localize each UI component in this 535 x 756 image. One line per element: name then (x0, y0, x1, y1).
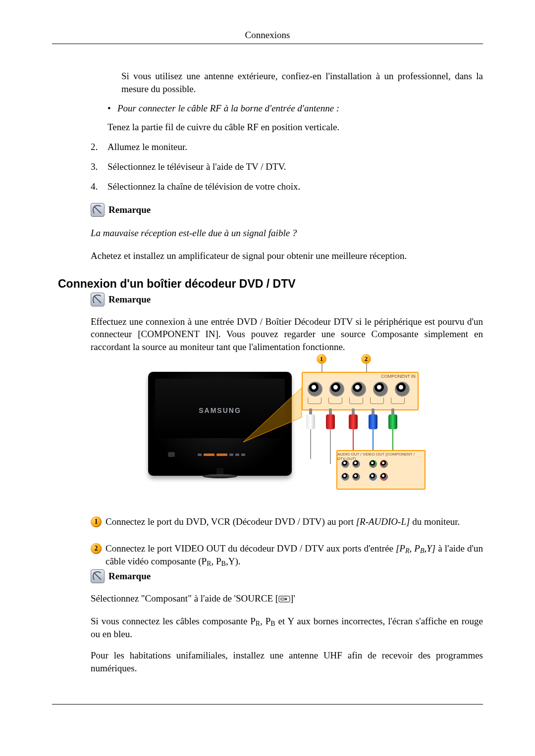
text: Connectez le port du DVD, VCR (Décodeur … (106, 516, 356, 527)
list-text: Sélectionnez le téléviseur à l'aide de T… (107, 161, 483, 172)
step-row: 1 Connectez le port du DVD, VCR (Décodeu… (91, 515, 483, 528)
plug-red (348, 408, 358, 429)
note-row: Remarque (91, 569, 483, 583)
section-title: Connexion d'un boîtier décodeur DVD / DT… (58, 277, 483, 291)
step-2-text: Connectez le port VIDEO OUT du décodeur … (106, 542, 483, 567)
note3-line2: Si vous connectez les câbles composante … (91, 615, 483, 640)
callout-badge-1: 1 (317, 354, 326, 364)
list-text: Sélectionnez la chaîne de télévision de … (107, 181, 483, 192)
weak-signal-question: La mauvaise réception est-elle due à un … (91, 227, 483, 240)
rca-jack (351, 382, 366, 397)
rca-jack (329, 382, 344, 397)
step-badge-2: 2 (91, 543, 102, 554)
text: ,Y). (226, 556, 241, 566)
text-italic: [P (396, 543, 405, 554)
rca-jack (395, 382, 410, 397)
callout-badge-2: 2 (361, 354, 371, 364)
decoder-box: AUDIO OUT / VIDEO OUT (COMPONENT / DTV O… (336, 450, 426, 490)
decoder-rca-row (341, 460, 388, 468)
list-item: 4. Sélectionnez la chaîne de télévision … (91, 181, 483, 192)
plug-blue (368, 408, 378, 429)
weak-signal-answer: Achetez et installez un amplificateur de… (91, 250, 483, 262)
footer-rule (52, 704, 483, 705)
list-item: Pour connecter le câble RF à la borne d'… (91, 95, 483, 133)
rca-sub-row (308, 398, 405, 404)
note-row: Remarque (91, 293, 483, 306)
callout-pointer (243, 388, 303, 447)
rf-bullet-text: Pour connecter le câble RF à la borne d'… (117, 103, 339, 114)
list-number: 4. (91, 181, 107, 192)
text: Sélectionnez "Composant" à l'aide de 'SO… (91, 593, 278, 604)
rca-jack (373, 382, 388, 397)
note3-line1: Sélectionnez "Composant" à l'aide de 'SO… (91, 592, 483, 605)
text: , P (212, 556, 221, 566)
text-italic: , P (410, 543, 420, 554)
list-item: 3. Sélectionnez le téléviseur à l'aide d… (91, 161, 483, 172)
decoder-rca-row (341, 473, 388, 481)
component-in-label: COMPONENT IN (381, 374, 416, 379)
text: du moniteur. (410, 516, 460, 527)
monitor-controls (198, 454, 245, 456)
step-1-text: Connectez le port du DVD, VCR (Décodeur … (106, 515, 483, 528)
subscript: R (207, 560, 211, 567)
text: Si vous connectez les câbles composante … (91, 616, 256, 626)
list-number: 2. (91, 142, 107, 152)
text: ]' (290, 593, 295, 604)
subscript: R (405, 547, 410, 554)
note-icon (91, 569, 105, 583)
plug-green (388, 408, 398, 429)
subscript: B (221, 560, 226, 567)
section-intro: Effectuez une connexion à une entrée DVD… (91, 315, 483, 353)
wire (310, 429, 311, 459)
step-row: 2 Connectez le port VIDEO OUT du décodeu… (91, 542, 483, 567)
plug-red (325, 408, 335, 429)
list-number: 3. (91, 161, 107, 172)
svg-marker-0 (243, 388, 302, 442)
page-header: Connexions (52, 30, 483, 44)
numbered-list: Pour connecter le câble RF à la borne d'… (91, 95, 483, 192)
rf-instruction: Tenez la partie fil de cuivre du câble R… (107, 122, 483, 133)
connection-diagram: SAMSUNG 1 2 COMPONENT IN (148, 358, 426, 502)
text-italic: ,Y] (424, 543, 435, 554)
rca-jack (308, 382, 322, 397)
subscript: B (420, 547, 425, 554)
text-italic: [R-AUDIO-L] (356, 516, 410, 527)
list-item: 2. Allumez le moniteur. (91, 142, 483, 152)
source-icon (278, 593, 290, 606)
note3-line3: Pour les habitations unifamiliales, inst… (91, 649, 483, 674)
step-badge-1: 1 (91, 516, 102, 527)
wire (330, 429, 331, 464)
note-row: Remarque (91, 203, 483, 217)
diagram-wrapper: SAMSUNG 1 2 COMPONENT IN (91, 358, 483, 502)
note-icon (91, 293, 105, 306)
subscript: R (256, 620, 260, 627)
plug-white (306, 408, 316, 429)
svg-rect-2 (281, 598, 284, 600)
text: , P (260, 616, 270, 626)
list-text: Allumez le moniteur. (107, 142, 483, 152)
page: Connexions Si vous utilisez une antenne … (0, 0, 535, 756)
note-label: Remarque (108, 571, 151, 582)
text: Connectez le port VIDEO OUT du décodeur … (106, 543, 396, 554)
bullet-item: Pour connecter le câble RF à la borne d'… (107, 103, 483, 114)
note-label: Remarque (108, 204, 151, 215)
intro-paragraph: Si vous utilisez une antenne extérieure,… (121, 70, 483, 95)
rca-row (308, 382, 410, 397)
component-in-callout: COMPONENT IN (302, 372, 419, 410)
subscript: B (270, 620, 275, 627)
monitor-stand (203, 474, 237, 478)
note-label: Remarque (108, 294, 151, 305)
note-icon (91, 203, 105, 217)
monitor-knob (168, 452, 175, 457)
